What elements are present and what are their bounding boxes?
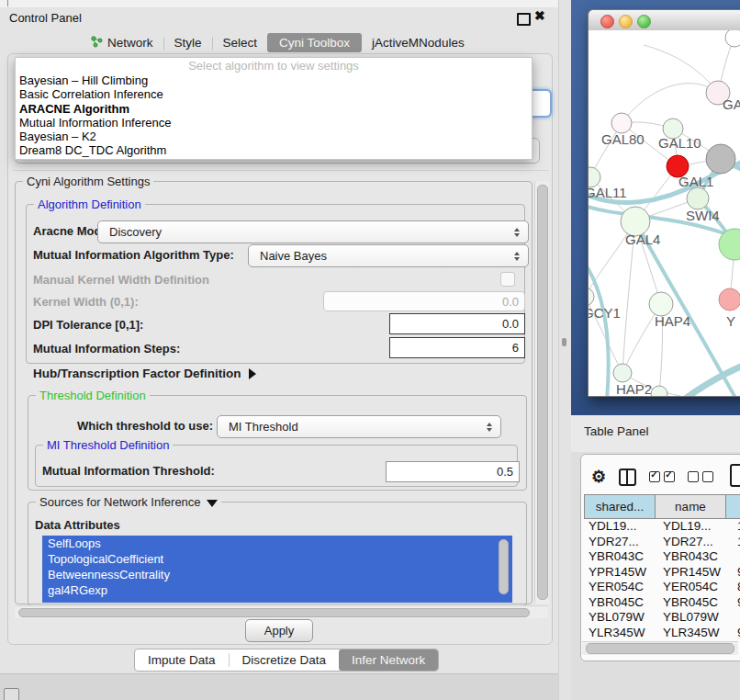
tab-style[interactable]: Style [164,34,212,51]
node-label: GAL11 [589,185,627,200]
mi-threshold-label: Mutual Information Threshold: [42,460,215,481]
mi-type-combo[interactable]: Naive Bayes [248,244,529,267]
mi-threshold-field[interactable]: 0.5 [386,461,520,482]
table-cell: YBL079W [584,610,658,626]
table-cell: YBR043C [658,549,733,565]
algorithm-option[interactable]: Dream8 DC_TDC Algorithm [16,143,532,157]
table-row[interactable]: YER054CYER054C8. [584,580,740,595]
tab-discretize-data[interactable]: Discretize Data [230,649,340,671]
control-panel-title: Control Panel [9,7,82,29]
scrollbar-thumb[interactable] [18,608,530,617]
node-label: GAL10 [658,135,701,151]
group-title: Sources for Network Inference [36,495,221,509]
table-row[interactable]: YPR145WYPR145W9. [584,565,740,581]
table-cell: YDR27... [658,535,733,550]
minimized-window-icon[interactable] [4,688,19,700]
column-header[interactable]: shared... [585,495,656,518]
deselect-all-checkboxes-icon[interactable] [688,471,713,482]
spinner-arrows-icon [514,252,520,261]
network-node[interactable] [725,30,740,47]
zoom-traffic-light[interactable] [637,15,651,28]
table-row[interactable]: YLR345WYLR345W9. [584,626,740,641]
algorithm-option[interactable]: Bayesian – Hill Climbing [16,73,532,87]
list-scrollbar-thumb[interactable] [499,539,509,594]
which-threshold-combo[interactable]: MI Threshold [217,415,501,438]
algorithm-dropdown-popup: Select algorithm to view settings Bayesi… [15,57,533,160]
combo-value: Discovery [109,225,162,239]
network-node-swi4[interactable] [687,187,709,209]
minimize-traffic-light[interactable] [619,15,633,28]
network-node[interactable] [651,386,667,396]
manual-kernel-checkbox[interactable] [500,272,515,287]
group-title: Algorithm Definition [34,198,145,211]
close-panel-icon[interactable]: ✖ [534,8,545,23]
column-header[interactable]: A [726,495,740,518]
table-scrollbar-thumb[interactable] [586,643,734,654]
node-label: HAP2 [616,381,652,396]
control-panel-tabbar: Network Style Select Cyni Toolbox jActiv… [81,32,475,53]
table-row[interactable]: YBL079WYBL079W [584,610,740,626]
table-row[interactable]: YBR043CYBR043C [584,549,740,565]
columns-icon[interactable] [619,469,636,486]
group-title: MI Threshold Definition [43,438,173,452]
network-window-titlebar[interactable] [589,10,740,31]
tab-jactivemnodules[interactable]: jActiveMNodules [362,34,475,51]
table-cell: YER054C [584,580,658,595]
table-row[interactable]: YBR045CYBR045C9. [584,595,740,611]
collapsed-arrow-icon [249,368,256,379]
algorithm-option[interactable]: ARACNE Algorithm [16,102,532,116]
which-threshold-label: Which threshold to use: [77,415,213,436]
column-header[interactable]: name [656,495,726,518]
tab-network[interactable]: Network [81,34,163,52]
table-row[interactable]: YDR27...YDR27...12 [584,535,740,550]
node-label: GAL1 [678,174,713,189]
table-cell: YBL079W [658,610,733,626]
new-table-icon[interactable] [730,464,740,487]
spinner-arrows-icon [487,423,492,432]
tab-label: Network [107,36,153,50]
panel-divider[interactable] [558,0,572,700]
settings-vertical-scrollbar[interactable] [534,181,549,604]
close-traffic-light[interactable] [600,15,614,28]
network-node-gcy1[interactable] [589,288,594,306]
network-node-gal80[interactable] [611,113,632,133]
apply-button[interactable]: Apply [245,619,313,642]
attribute-list-item[interactable]: gal4RGexp [42,582,512,598]
tab-select[interactable]: Select [213,34,268,51]
separator-line [13,170,548,171]
mi-steps-field[interactable]: 6 [389,337,525,358]
network-canvas[interactable]: GALGAL80GAL10GAL1GAL11SWI4GAL4GCY1HAP4YH… [589,30,740,396]
tab-impute-data[interactable]: Impute Data [135,649,229,671]
combo-value: MI Threshold [229,420,298,434]
algorithm-option[interactable]: Bayesian – K2 [16,130,532,143]
table-row[interactable]: YDL19...YDL19...13 [584,519,740,535]
algorithm-option[interactable]: Mutual Information Inference [16,116,532,130]
data-attributes-list[interactable]: SelfLoopsTopologicalCoefficientBetweenne… [42,536,512,603]
tab-infer-network[interactable]: Infer Network [339,649,438,671]
algorithm-option[interactable]: Basic Correlation Inference [16,87,532,101]
scrollbar-thumb[interactable] [537,185,548,600]
gear-icon[interactable]: ⚙ [591,466,606,488]
select-all-checkboxes-icon[interactable] [649,471,675,482]
dpi-tolerance-field[interactable]: 0.0 [389,313,525,334]
node-label: GCY1 [589,305,621,321]
attribute-list-item[interactable]: BetweennessCentrality [42,567,512,582]
settings-horizontal-scrollbar[interactable] [15,605,548,618]
data-attributes-label: Data Attributes [35,514,120,536]
divider-handle[interactable] [562,338,566,346]
float-panel-icon[interactable] [517,13,531,26]
attribute-list-item[interactable]: TopologicalCoefficient [42,551,512,567]
aracne-mode-combo[interactable]: Discovery [97,220,529,243]
attribute-list-item[interactable]: SelfLoops [42,536,512,551]
table-cell [733,549,740,565]
network-node[interactable] [706,144,735,174]
kernel-width-field[interactable]: 0.0 [323,291,525,311]
hub-definition-toggle[interactable]: Hub/Transcription Factor Definition [33,367,256,380]
network-node-hap2[interactable] [613,364,632,382]
tab-cyni-toolbox[interactable]: Cyni Toolbox [267,33,362,52]
algorithm-dropdown-placeholder: Select algorithm to view settings [16,58,532,73]
table-cell: YBR045C [584,595,658,611]
network-node-y[interactable] [719,288,740,310]
bottom-tabbar: Impute Data Discretize Data Infer Networ… [134,649,439,672]
manual-kernel-label: Manual Kernel Width Definition [33,269,209,290]
